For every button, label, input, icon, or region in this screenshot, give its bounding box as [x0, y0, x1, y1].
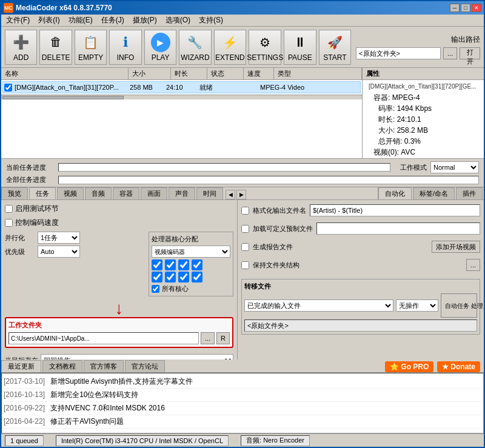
- tab-next-button[interactable]: ▶: [236, 190, 246, 199]
- tab-plugins[interactable]: 插件: [456, 187, 483, 199]
- cpu-core-7[interactable]: [178, 272, 189, 283]
- format-filename-checkbox[interactable]: [241, 207, 249, 215]
- cpu-core-1[interactable]: [152, 259, 162, 270]
- output-open-button[interactable]: 打开: [460, 47, 480, 59]
- menu-task[interactable]: 任务(J): [98, 14, 128, 27]
- file-list: 名称 大小 时长 状态 速度 类型 [DMG][Attack_on_Titan]…: [1, 68, 363, 158]
- keep-folder-browse-button[interactable]: ...: [466, 259, 480, 271]
- horizontal-scrollbar[interactable]: [1, 95, 362, 99]
- tab-forum[interactable]: 官方论坛: [125, 360, 165, 372]
- format-filename-row: 格式化输出文件名: [241, 204, 480, 217]
- properties-header: 属性: [363, 68, 484, 80]
- file-status: 就绪: [197, 83, 230, 92]
- tab-audio[interactable]: 音频: [85, 187, 112, 199]
- parallel-select[interactable]: 1任务: [38, 232, 80, 244]
- list-item: [2016-09-22] 支持NVENC 7.0和Intel MSDK 2016: [4, 402, 481, 415]
- minimize-button[interactable]: ─: [450, 4, 460, 12]
- main-window: MC MediaCoder x64 0.8.37.5770 ─ □ ✕ 文件(F…: [0, 0, 485, 448]
- work-dir-wrapper: ↓ 工作文件夹 ... R: [5, 300, 233, 348]
- tab-task[interactable]: 任务: [29, 187, 56, 199]
- auto-process-button[interactable]: 自动任务 处理: [441, 293, 477, 318]
- all-cores-checkbox[interactable]: [152, 285, 159, 293]
- tab-video[interactable]: 视频: [57, 187, 84, 199]
- tab-prev-button[interactable]: ◀: [226, 190, 235, 199]
- prop-bitrate: 码率: 1494 Kbps: [364, 103, 483, 114]
- cpu-core-5[interactable]: [152, 272, 162, 283]
- parallel-label: 并行化: [5, 233, 34, 242]
- list-item: [2016-10-13] 新增完全10位色深转码支持: [4, 389, 481, 402]
- tab-docs[interactable]: 文档教程: [42, 360, 82, 372]
- maximize-button[interactable]: □: [461, 4, 470, 12]
- target-select[interactable]: 间间操作: [41, 354, 233, 359]
- cpu-encoder-select[interactable]: 视频编码器: [152, 246, 230, 258]
- menu-play[interactable]: 摄放(P): [129, 14, 161, 27]
- priority-select[interactable]: Auto: [38, 246, 80, 258]
- go-pro-button[interactable]: ⭐ Go PRO: [385, 361, 433, 372]
- cpu-core-4[interactable]: [192, 259, 202, 270]
- settings-button[interactable]: ⚙ SETTINGS: [249, 30, 281, 65]
- add-button[interactable]: ➕ ADD: [5, 30, 37, 65]
- cpu-core-8[interactable]: [192, 272, 202, 283]
- pause-icon: ⏸: [290, 33, 310, 52]
- output-browse-button[interactable]: ...: [443, 47, 457, 59]
- toolbar: ➕ ADD 🗑 DELETE 📋 EMPTY ℹ INFO ▶ PLAY 🔧 W…: [1, 27, 484, 68]
- tab-preview[interactable]: 预览: [1, 187, 28, 199]
- empty-button[interactable]: 📋 EMPTY: [75, 30, 107, 65]
- start-button[interactable]: 🚀 START: [319, 30, 351, 65]
- work-dir-browse-button[interactable]: ...: [201, 332, 215, 344]
- menu-options[interactable]: 选项(O): [162, 14, 194, 27]
- menu-support[interactable]: 支持(S): [195, 14, 227, 27]
- queue-status: 1 queued: [5, 435, 44, 446]
- col-header-status: 状态: [207, 68, 244, 79]
- work-dir-r-button[interactable]: R: [216, 332, 230, 344]
- tab-tags[interactable]: 标签/命名: [413, 187, 455, 199]
- donate-button[interactable]: ★ Donate: [437, 361, 480, 372]
- tab-time[interactable]: 时间: [196, 187, 223, 199]
- extend-button[interactable]: ⚡ EXTEND: [214, 30, 246, 65]
- close-button[interactable]: ✕: [472, 4, 481, 12]
- load-preset-label: 加载可定义预制文件: [253, 224, 313, 233]
- output-path-section: 输出路径 ... 打开: [356, 35, 480, 59]
- transfer-from-select[interactable]: 已完成的输入文件: [244, 299, 393, 312]
- cpu-core-6[interactable]: [165, 272, 176, 283]
- file-checkbox[interactable]: [4, 84, 12, 92]
- cpu-core-2[interactable]: [165, 259, 176, 270]
- settings-icon: ⚙: [255, 33, 275, 52]
- work-mode-select[interactable]: Normal: [430, 161, 479, 173]
- tab-automation[interactable]: 自动化: [378, 187, 412, 199]
- cpu-core-3[interactable]: [178, 259, 189, 270]
- tab-blog[interactable]: 官方博客: [84, 360, 124, 372]
- info-button[interactable]: ℹ INFO: [109, 30, 141, 65]
- control-encode-checkbox[interactable]: [5, 219, 13, 227]
- transfer-dest-input[interactable]: [244, 319, 477, 332]
- format-filename-input[interactable]: [310, 204, 480, 216]
- menu-list[interactable]: 列表(I): [35, 14, 63, 27]
- menu-function[interactable]: 功能(E): [65, 14, 96, 27]
- pause-button[interactable]: ⏸ PAUSE: [284, 30, 316, 65]
- play-label: PLAY: [152, 53, 170, 62]
- table-row[interactable]: [DMG][Attack_on_Titan][31][720P... 258 M…: [2, 81, 361, 93]
- test-env-checkbox[interactable]: [5, 205, 13, 213]
- output-path-input[interactable]: [356, 47, 441, 59]
- tab-recent-updates[interactable]: 最近更新: [1, 360, 41, 372]
- tab-picture[interactable]: 画面: [141, 187, 167, 199]
- play-button[interactable]: ▶ PLAY: [144, 30, 176, 65]
- keep-folder-checkbox[interactable]: [241, 261, 249, 269]
- tab-sound[interactable]: 声音: [169, 187, 195, 199]
- transfer-op-select[interactable]: 无操作: [396, 299, 438, 312]
- cpu-section-label: 处理器核心分配: [152, 235, 230, 244]
- menu-file[interactable]: 文件(F): [2, 14, 33, 27]
- tab-container[interactable]: 容器: [113, 187, 139, 199]
- wizard-button[interactable]: 🔧 WIZARD: [179, 30, 211, 65]
- news-text-2: 新增完全10位色深转码支持: [50, 390, 138, 399]
- load-preset-checkbox[interactable]: [241, 225, 249, 233]
- work-dir-input[interactable]: [8, 332, 199, 344]
- transfer-row2: [244, 319, 477, 332]
- load-preset-input[interactable]: [316, 222, 480, 235]
- delete-button[interactable]: 🗑 DELETE: [39, 30, 72, 65]
- add-opening-video-button[interactable]: 添加开场视频: [432, 241, 480, 253]
- right-tabs: 自动化 标签/命名 插件: [378, 187, 484, 199]
- news-text-4: 修正若干AVISynth问题: [50, 417, 124, 426]
- gen-report-checkbox[interactable]: [241, 243, 249, 251]
- news-text-3: 支持NVENC 7.0和Intel MSDK 2016: [50, 404, 165, 412]
